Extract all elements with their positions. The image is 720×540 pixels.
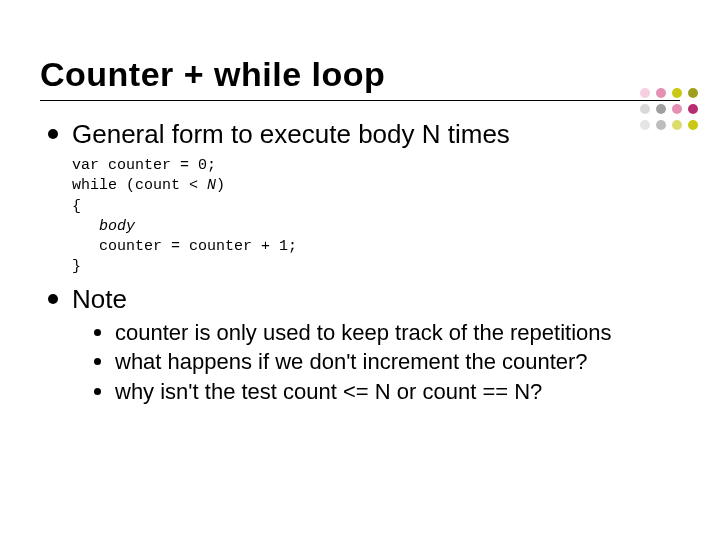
dot-icon	[672, 120, 682, 130]
list-item-content: General form to execute body N times var…	[72, 119, 680, 278]
bullet-icon	[48, 294, 58, 304]
code-line: {	[72, 198, 81, 215]
dot-icon	[640, 120, 650, 130]
item-heading: Note	[72, 284, 680, 315]
code-line: }	[72, 258, 81, 275]
dot-icon	[640, 104, 650, 114]
dot-icon	[688, 88, 698, 98]
dot-icon	[688, 104, 698, 114]
item-heading: General form to execute body N times	[72, 119, 680, 150]
dot-icon	[656, 88, 666, 98]
sub-item-text: what happens if we don't increment the c…	[115, 348, 588, 376]
list-item-content: Note counter is only used to keep track …	[72, 284, 680, 408]
code-italic-body: body	[99, 218, 135, 235]
dot-row	[640, 104, 698, 114]
sub-bullet-list: counter is only used to keep track of th…	[94, 319, 680, 406]
list-item: what happens if we don't increment the c…	[94, 348, 680, 376]
list-item: counter is only used to keep track of th…	[94, 319, 680, 347]
slide-title: Counter + while loop	[40, 55, 680, 94]
dot-row	[640, 88, 698, 98]
dot-icon	[688, 120, 698, 130]
bullet-icon	[94, 329, 101, 336]
bullet-list: General form to execute body N times var…	[48, 119, 680, 407]
list-item: Note counter is only used to keep track …	[48, 284, 680, 408]
dot-icon	[672, 104, 682, 114]
code-italic-n: N	[207, 177, 216, 194]
dot-icon	[656, 120, 666, 130]
sub-item-text: why isn't the test count <= N or count =…	[115, 378, 542, 406]
code-line: while (count <	[72, 177, 207, 194]
bullet-icon	[94, 388, 101, 395]
dot-icon	[672, 88, 682, 98]
slide: Counter + while loop General form to exe…	[0, 0, 720, 540]
sub-item-text: counter is only used to keep track of th…	[115, 319, 612, 347]
code-line: counter = counter + 1;	[72, 238, 297, 255]
bullet-icon	[48, 129, 58, 139]
decorative-dots	[640, 88, 698, 130]
code-line: var counter = 0;	[72, 157, 216, 174]
code-block: var counter = 0; while (count < N) { bod…	[72, 156, 680, 278]
bullet-icon	[94, 358, 101, 365]
list-item: General form to execute body N times var…	[48, 119, 680, 278]
code-line	[72, 218, 99, 235]
code-line: )	[216, 177, 225, 194]
title-divider	[40, 100, 680, 101]
list-item: why isn't the test count <= N or count =…	[94, 378, 680, 406]
dot-icon	[640, 88, 650, 98]
dot-icon	[656, 104, 666, 114]
dot-row	[640, 120, 698, 130]
